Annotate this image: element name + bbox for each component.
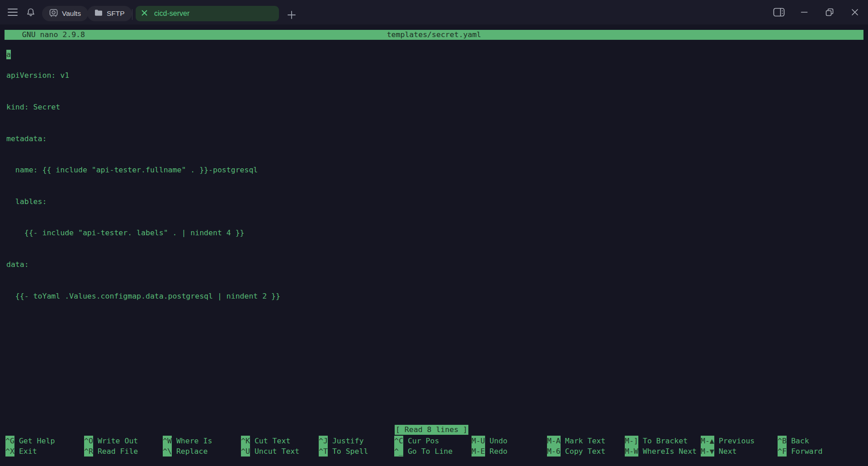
tab-separator	[132, 9, 132, 20]
close-window-icon[interactable]	[847, 5, 863, 20]
tab-vaults[interactable]: Vaults	[42, 6, 88, 21]
shortcut-key[interactable]: ^O	[84, 436, 93, 446]
shortcut-label: WhereIs Next	[643, 447, 697, 456]
nano-shortcut-column: ^JJustify ^TTo Spell	[319, 436, 396, 456]
editor-line: data:	[6, 259, 280, 270]
shortcut-label: Exit	[19, 447, 37, 456]
editor-line: lables:	[6, 196, 280, 207]
shortcut-label: Where Is	[176, 437, 212, 445]
folder-icon	[94, 9, 103, 18]
nano-shortcut-column: ^KCut Text ^UUncut Text	[241, 436, 319, 456]
restore-icon[interactable]	[822, 5, 837, 20]
shortcut-key[interactable]: M-]	[625, 436, 638, 446]
shortcut-label: Replace	[176, 447, 208, 456]
shortcut-label: Copy Text	[565, 447, 605, 456]
shortcut-key[interactable]: M-A	[547, 436, 561, 446]
shortcut-label: Go To Line	[408, 447, 453, 456]
nano-shortcut-column: M-▲Previous M-▼Next	[701, 436, 778, 456]
shortcut-label: Back	[791, 437, 809, 445]
nano-shortcut-column: ^WWhere Is ^\Replace	[163, 436, 241, 456]
editor-line: {{- include "api-tester. labels" . | nin…	[6, 228, 280, 238]
shortcut-label: Redo	[490, 447, 508, 456]
shortcut-label: Cur Pos	[408, 437, 439, 445]
editor-line: {{- toYaml .Values.configmap.data.postgr…	[6, 291, 280, 301]
shortcut-label: Uncut Text	[255, 447, 299, 456]
new-tab-icon[interactable]	[287, 10, 297, 20]
shortcut-label: Get Help	[19, 437, 55, 445]
nano-shortcut-column: M-]To Bracket M-WWhereIs Next	[625, 436, 703, 456]
editor-line: metadata:	[6, 133, 280, 144]
shortcut-label: To Bracket	[643, 437, 688, 445]
shortcut-key[interactable]: ^J	[319, 436, 328, 446]
tab-cicd-server[interactable]: cicd-server	[136, 6, 279, 21]
shortcut-key[interactable]: M-6	[547, 446, 561, 456]
editor-line: apiVersion: v1	[6, 70, 280, 81]
panel-toggle-icon[interactable]	[771, 5, 787, 20]
nano-filename-label: templates/secret.yaml	[5, 30, 863, 40]
terminal-view[interactable]: GNU nano 2.9.8 templates/secret.yaml api…	[0, 24, 868, 466]
shortcut-key[interactable]: ^B	[778, 436, 787, 446]
shortcut-label: Justify	[332, 437, 364, 445]
shortcut-label: Cut Text	[255, 437, 290, 445]
shortcut-key[interactable]: M-U	[472, 436, 485, 446]
minimize-icon[interactable]	[797, 5, 812, 20]
nano-shortcut-column: M-UUndo M-ERedo	[472, 436, 549, 456]
window-controls	[771, 0, 863, 24]
nano-shortcut-column: ^CCur Pos ^_Go To Line	[394, 436, 472, 456]
shortcut-key[interactable]: ^F	[778, 446, 787, 456]
editor-line: kind: Secret	[6, 102, 280, 112]
nano-shortcut-column: ^BBack ^FForward	[778, 436, 855, 456]
nano-shortcut-column: ^OWrite Out ^RRead File	[84, 436, 162, 456]
nano-status-message: [ Read 8 lines ]	[395, 425, 468, 435]
app-window: Vaults SFTP cicd-server	[0, 0, 868, 466]
text-cursor: a	[6, 50, 11, 59]
shortcut-label: Undo	[490, 437, 508, 445]
shortcut-label: Mark Text	[565, 437, 605, 445]
shortcut-label: Read File	[98, 447, 138, 456]
tab-vaults-label: Vaults	[62, 10, 81, 18]
shortcut-label: Forward	[791, 447, 823, 456]
nano-shortcut-column: ^GGet Help ^XExit	[5, 436, 83, 456]
shortcut-key[interactable]: M-W	[625, 446, 638, 456]
nano-shortcut-column: M-AMark Text M-6Copy Text	[547, 436, 625, 456]
shortcut-label: Previous	[719, 437, 755, 445]
shortcut-key[interactable]: M-▲	[701, 436, 714, 446]
shortcut-key[interactable]: ^G	[5, 436, 14, 446]
shortcut-label: Next	[719, 447, 737, 456]
vault-icon	[49, 9, 58, 19]
tab-sftp[interactable]: SFTP	[87, 6, 132, 21]
shortcut-key[interactable]: ^_	[394, 446, 403, 456]
close-tab-icon[interactable]	[141, 10, 148, 18]
menu-icon[interactable]	[8, 9, 18, 16]
shortcut-key[interactable]: ^T	[319, 446, 328, 456]
shortcut-key[interactable]: M-▼	[701, 446, 714, 456]
editor-line: name: {{ include "api-tester.fullname" .…	[6, 165, 280, 175]
bell-icon[interactable]	[26, 8, 35, 19]
shortcut-key[interactable]: ^W	[163, 436, 172, 446]
nano-title-bar: GNU nano 2.9.8 templates/secret.yaml	[5, 30, 863, 40]
tab-sftp-label: SFTP	[107, 10, 125, 18]
shortcut-key[interactable]: ^C	[394, 436, 403, 446]
shortcut-key[interactable]: ^R	[84, 446, 93, 456]
shortcut-key[interactable]: ^\	[163, 446, 172, 456]
shortcut-label: Write Out	[98, 437, 138, 445]
title-bar: Vaults SFTP cicd-server	[0, 0, 868, 24]
shortcut-key[interactable]: ^X	[5, 446, 14, 456]
shortcut-key[interactable]: ^U	[241, 446, 250, 456]
tab-cicd-server-label: cicd-server	[154, 10, 189, 18]
shortcut-label: To Spell	[332, 447, 368, 456]
shortcut-key[interactable]: ^K	[241, 436, 250, 446]
shortcut-key[interactable]: M-E	[472, 446, 485, 456]
editor-content[interactable]: apiVersion: v1 kind: Secret metadata: na…	[6, 49, 280, 322]
